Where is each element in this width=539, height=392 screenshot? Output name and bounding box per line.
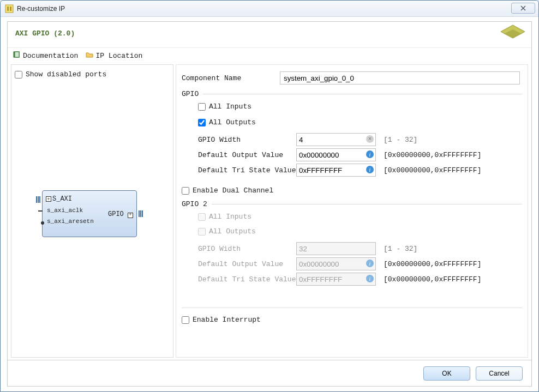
gpio-width-label: GPIO Width	[198, 136, 296, 144]
gpio2-width-range: [1 - 32]	[384, 245, 417, 253]
gpio2-all-inputs-checkbox: All Inputs	[198, 213, 522, 221]
expand-gpio-icon[interactable]: +	[128, 213, 133, 218]
gpio2-default-output-label: Default Output Value	[198, 260, 296, 268]
all-outputs-box[interactable]	[198, 119, 206, 126]
enable-interrupt-label: Enable Interrupt	[193, 316, 261, 324]
gpio2-all-inputs-box	[198, 213, 206, 221]
default-output-input[interactable]	[296, 148, 376, 161]
preview-pane: Show disabled ports + S_AXI s_axi_aclk s…	[11, 64, 173, 358]
default-tri-range: [0x00000000,0xFFFFFFFF]	[384, 166, 481, 174]
gpio2-default-tri-range: [0x00000000,0xFFFFFFFF]	[384, 275, 481, 284]
block-diagram[interactable]: + S_AXI s_axi_aclk s_axi_aresetn GPIO +	[42, 190, 137, 237]
port-s-axi-aclk: s_axi_aclk	[47, 207, 83, 214]
titlebar: Re-customize IP	[1, 1, 538, 17]
gpio2-default-output-input	[296, 257, 376, 270]
all-outputs-checkbox[interactable]: All Outputs	[198, 118, 522, 126]
svg-rect-0	[5, 5, 13, 13]
ip-title: AXI GPIO (2.0)	[15, 29, 75, 38]
default-tri-input[interactable]	[296, 164, 376, 177]
all-inputs-checkbox[interactable]: All Inputs	[198, 102, 522, 111]
gpio2-default-tri-input	[296, 273, 376, 286]
folder-icon	[86, 51, 93, 61]
svg-rect-1	[7, 7, 9, 11]
gpio2-section-label: GPIO 2	[182, 200, 207, 208]
component-name-input[interactable]	[280, 71, 520, 85]
gpio-width-range: [1 - 32]	[384, 136, 417, 144]
default-output-label: Default Output Value	[198, 151, 296, 159]
svg-rect-6	[15, 52, 19, 57]
gpio2-default-tri-label: Default Tri State Value	[198, 275, 296, 284]
gpio2-all-outputs-checkbox: All Outputs	[198, 227, 522, 236]
bus-right-icon	[139, 210, 143, 217]
enable-dual-channel-checkbox[interactable]: Enable Dual Channel	[182, 186, 522, 195]
gpio2-all-outputs-label: All Outputs	[209, 227, 256, 236]
vivado-logo	[500, 24, 526, 46]
component-name-label: Component Name	[182, 74, 280, 82]
gpio-width-input[interactable]	[296, 133, 376, 146]
show-disabled-ports-label: Show disabled ports	[26, 70, 106, 79]
gpio2-width-label: GPIO Width	[198, 245, 296, 253]
dialog-window: Re-customize IP AXI GPIO (2.0)	[0, 0, 539, 392]
bus-left-icon	[36, 196, 40, 203]
enable-dual-channel-box[interactable]	[182, 187, 189, 195]
documentation-label: Documentation	[23, 52, 78, 60]
enable-interrupt-checkbox[interactable]: Enable Interrupt	[182, 316, 522, 324]
enable-interrupt-box[interactable]	[182, 316, 189, 324]
info-icon[interactable]: i	[366, 166, 374, 173]
main-layout: Show disabled ports + S_AXI s_axi_aclk s…	[8, 62, 531, 358]
default-output-range: [0x00000000,0xFFFFFFFF]	[384, 151, 481, 159]
app-icon	[5, 4, 14, 13]
gpio2-width-input	[296, 242, 376, 255]
window-title: Re-customize IP	[17, 5, 65, 13]
toolbar: Documentation IP Location	[8, 48, 531, 62]
enable-dual-channel-label: Enable Dual Channel	[193, 186, 273, 195]
port-dot-icon	[41, 221, 44, 225]
info-icon: i	[366, 275, 374, 282]
gpio2-all-outputs-box	[198, 228, 206, 236]
port-s-axi-aresetn: s_axi_aresetn	[47, 218, 94, 225]
show-disabled-ports-box[interactable]	[15, 71, 22, 79]
gpio2-section-disabled: All Inputs All Outputs GPIO Width [1 - 3…	[182, 213, 522, 286]
info-icon: i	[366, 260, 374, 267]
show-disabled-ports-checkbox[interactable]: Show disabled ports	[11, 67, 173, 82]
port-gpio: GPIO +	[108, 210, 133, 218]
gpio-section-title: GPIO	[182, 90, 522, 99]
ok-button[interactable]: OK	[423, 366, 470, 381]
expand-s-axi-icon[interactable]: +	[46, 196, 51, 202]
dialog-footer: OK Cancel	[8, 360, 531, 386]
ip-location-label: IP Location	[95, 52, 142, 60]
cancel-button[interactable]: Cancel	[476, 366, 523, 381]
ip-header: AXI GPIO (2.0)	[8, 22, 531, 48]
all-inputs-box[interactable]	[198, 103, 206, 111]
all-inputs-label: All Inputs	[209, 102, 251, 111]
gpio2-all-inputs-label: All Inputs	[209, 213, 251, 221]
documentation-link[interactable]: Documentation	[13, 51, 78, 61]
gpio2-default-output-range: [0x00000000,0xFFFFFFFF]	[384, 260, 481, 268]
book-icon	[13, 51, 21, 61]
gpio2-section-title: GPIO 2	[182, 200, 522, 209]
port-s-axi: S_AXI	[52, 195, 72, 203]
port-gpio-label: GPIO	[108, 210, 124, 218]
parameters-pane: Component Name GPIO All Inputs All Outp	[176, 64, 528, 358]
clear-icon[interactable]: ×	[366, 135, 374, 143]
gpio-section-label: GPIO	[182, 90, 199, 98]
dialog-body: AXI GPIO (2.0) Documentation IP Loc	[7, 21, 532, 387]
all-outputs-label: All Outputs	[209, 118, 256, 126]
port-stub-icon	[38, 210, 43, 212]
info-icon[interactable]: i	[366, 150, 374, 158]
default-tri-label: Default Tri State Value	[198, 166, 296, 174]
svg-rect-2	[10, 7, 11, 11]
window-close-button[interactable]	[511, 3, 535, 14]
ip-location-link[interactable]: IP Location	[86, 51, 142, 61]
